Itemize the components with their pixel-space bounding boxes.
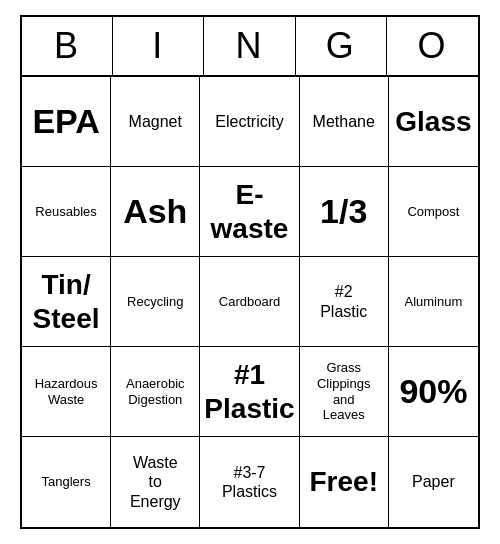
bingo-cell: Cardboard [200,257,299,347]
cell-text: Reusables [35,204,96,220]
cell-text: Methane [313,112,375,131]
bingo-cell: #2Plastic [300,257,389,347]
header-letter: N [204,17,295,75]
bingo-grid: EPAMagnetElectricityMethaneGlassReusable… [22,77,478,527]
cell-text: #2Plastic [320,282,367,320]
bingo-cell: Ash [111,167,200,257]
bingo-header: BINGO [22,17,478,77]
header-letter: G [296,17,387,75]
bingo-cell: EPA [22,77,111,167]
bingo-cell: Aluminum [389,257,478,347]
cell-text: Electricity [215,112,283,131]
header-letter: O [387,17,478,75]
cell-text: Tin/Steel [33,268,100,335]
bingo-cell: Electricity [200,77,299,167]
cell-text: 1/3 [320,191,367,232]
header-letter: I [113,17,204,75]
cell-text: Free! [309,465,377,499]
cell-text: Aluminum [405,294,463,310]
bingo-cell: Compost [389,167,478,257]
bingo-cell: GrassClippingsandLeaves [300,347,389,437]
bingo-cell: Methane [300,77,389,167]
cell-text: Glass [395,105,471,139]
cell-text: AnaerobicDigestion [126,376,185,407]
cell-text: Cardboard [219,294,280,310]
bingo-cell: HazardousWaste [22,347,111,437]
cell-text: WastetoEnergy [130,453,181,511]
bingo-cell: Recycling [111,257,200,347]
bingo-cell: 90% [389,347,478,437]
bingo-cell: Glass [389,77,478,167]
cell-text: #1Plastic [204,358,294,425]
bingo-cell: E-waste [200,167,299,257]
bingo-cell: AnaerobicDigestion [111,347,200,437]
bingo-cell: Tanglers [22,437,111,527]
bingo-cell: Tin/Steel [22,257,111,347]
cell-text: #3-7Plastics [222,463,277,501]
cell-text: Compost [407,204,459,220]
cell-text: Tanglers [42,474,91,490]
header-letter: B [22,17,113,75]
bingo-cell: Reusables [22,167,111,257]
bingo-cell: Magnet [111,77,200,167]
cell-text: Recycling [127,294,183,310]
cell-text: 90% [399,371,467,412]
cell-text: GrassClippingsandLeaves [317,360,370,422]
bingo-cell: 1/3 [300,167,389,257]
cell-text: Paper [412,472,455,491]
cell-text: Magnet [129,112,182,131]
bingo-cell: #1Plastic [200,347,299,437]
bingo-cell: WastetoEnergy [111,437,200,527]
cell-text: EPA [32,101,99,142]
bingo-cell: #3-7Plastics [200,437,299,527]
bingo-card: BINGO EPAMagnetElectricityMethaneGlassRe… [20,15,480,529]
bingo-cell: Paper [389,437,478,527]
cell-text: HazardousWaste [35,376,98,407]
cell-text: Ash [123,191,187,232]
cell-text: E-waste [211,178,289,245]
bingo-cell: Free! [300,437,389,527]
